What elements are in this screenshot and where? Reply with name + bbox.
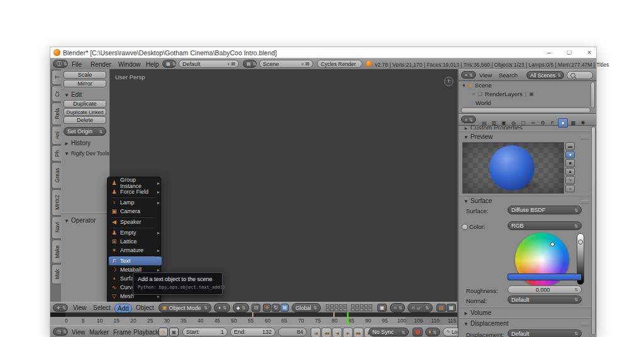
outliner-vertical-scrollbar[interactable]	[591, 82, 595, 108]
frame-end-field[interactable]: End:132	[230, 328, 275, 336]
constraints-icon[interactable]: ∞	[529, 119, 538, 127]
delete-layout-icon[interactable]: ⊠	[231, 61, 235, 67]
properties-vertical-scrollbar[interactable]	[591, 126, 596, 335]
maximize-button[interactable]: □	[561, 48, 577, 57]
play-reverse-button[interactable]: ◀	[332, 328, 342, 337]
editor-type-selector[interactable]: ✛	[53, 304, 68, 312]
menu-item-empty[interactable]: ♟Empty▸	[109, 228, 162, 237]
panel-drag-dots[interactable]	[581, 200, 589, 204]
camera-restrict-icon[interactable]: ▣	[529, 91, 534, 97]
menu-item-force-field[interactable]: ♟Force Field▸	[109, 187, 162, 196]
volume-section-header[interactable]: ►Volume	[464, 309, 491, 316]
sync-mode-dropdown[interactable]: No Sync	[369, 328, 409, 336]
object-data-icon[interactable]: F	[548, 119, 557, 127]
shelf-tab[interactable]: T	[52, 70, 62, 85]
current-color-swatch[interactable]	[508, 273, 582, 280]
pivot-align-toggle[interactable]: ⊡	[252, 304, 260, 312]
menu-item-camera[interactable]: ▣Camera	[109, 207, 162, 216]
menu-render[interactable]: Render	[91, 61, 111, 68]
set-origin-dropdown[interactable]: Set Origin	[64, 127, 106, 136]
add-layout-icon[interactable]: ＋	[226, 60, 231, 67]
keying-flyout-dropdown[interactable]	[425, 328, 440, 336]
normal-dropdown[interactable]: Default	[508, 296, 582, 304]
preview-monkey-icon[interactable]: ▲	[565, 168, 575, 176]
shelf-tab[interactable]: MHX2	[52, 189, 62, 216]
scene-name-field[interactable]: Scene ＋ ⊠	[259, 60, 313, 68]
mode-dropdown[interactable]: ▣Object Mode	[158, 303, 211, 312]
duplicate-button[interactable]: Duplicate	[64, 100, 106, 108]
editor-type-selector[interactable]: ⓘ	[53, 60, 68, 68]
current-frame-indicator[interactable]	[347, 312, 348, 325]
menu-frame[interactable]: Frame	[113, 329, 131, 336]
pivot-point-dropdown[interactable]: ◆	[233, 303, 249, 312]
preview-world-icon[interactable]: ◒	[565, 185, 575, 193]
outliner-search-field[interactable]	[567, 71, 593, 79]
menu-item-lamp[interactable]: ♀Lamp▸	[109, 198, 162, 207]
menu-view[interactable]: View	[479, 72, 492, 79]
shelf-tab[interactable]: Ani	[52, 126, 62, 145]
menu-item-lattice[interactable]: ⊞Lattice	[109, 237, 162, 246]
delete-scene-icon[interactable]: ⊠	[305, 61, 309, 67]
history-section-header[interactable]: ►History	[64, 140, 91, 146]
layers-grid-right[interactable]	[351, 304, 372, 311]
editor-type-selector[interactable]: ◷	[53, 328, 68, 336]
manipulator-translate-toggle[interactable]: ✛	[263, 304, 271, 312]
close-button[interactable]: ×	[581, 48, 597, 57]
menu-item-speaker[interactable]: ◀Speaker	[109, 218, 162, 226]
auto-keyframe-toggle[interactable]	[413, 328, 423, 336]
menu-select[interactable]: Select	[93, 304, 111, 311]
shelf-tab[interactable]: Ph	[52, 145, 62, 162]
manipulator-rotate-toggle[interactable]: ↻	[272, 304, 280, 312]
color-input-dropdown[interactable]: RGB	[508, 221, 582, 230]
render-opengl-button[interactable]: ▤	[436, 304, 446, 312]
menu-search[interactable]: Search	[499, 72, 518, 79]
displacement-section-header[interactable]: ▼Displacement	[464, 320, 509, 327]
modifiers-icon[interactable]: ⚙	[538, 119, 547, 127]
frame-start-field[interactable]: Start:1	[182, 328, 228, 336]
outliner-row-renderlayers[interactable]: ○ ❏ RenderLayers | ▣	[472, 91, 534, 97]
manipulator-scale-toggle[interactable]: ⊞	[280, 304, 289, 312]
menu-view[interactable]: View	[72, 329, 86, 336]
lock-to-scene-toggle[interactable]: ▣	[377, 304, 387, 312]
prev-keyframe-button[interactable]: ◀◀	[321, 328, 331, 337]
preview-flat-icon[interactable]: ▬	[565, 142, 575, 150]
menu-window[interactable]: Window	[118, 61, 141, 68]
menu-file[interactable]: File	[72, 61, 82, 68]
preview-section-header[interactable]: ▼Preview	[464, 133, 493, 140]
expander-icon[interactable]: ○	[472, 91, 475, 97]
edit-section-header[interactable]: ▼Edit	[64, 91, 82, 98]
layers-grid-left[interactable]	[326, 304, 347, 311]
color-wheel-cursor[interactable]	[550, 242, 555, 246]
panel-drag-dots[interactable]	[581, 323, 589, 326]
value-slider-cursor[interactable]	[578, 240, 583, 245]
rigify-section-header[interactable]: ▼Rigify Dev Tools	[64, 150, 109, 157]
use-preview-range-toggle[interactable]: ◷	[158, 328, 168, 336]
render-engine-selector[interactable]: Cycles Render	[317, 60, 362, 68]
screen-layout-icon-button[interactable]: ▦	[162, 60, 176, 68]
viewport-3d[interactable]: User Persp +	[110, 69, 457, 302]
custom-properties-header[interactable]: ►Custom Properties	[464, 124, 523, 130]
scale-button[interactable]: Scale	[64, 71, 106, 79]
current-frame-field[interactable]: 84	[278, 328, 307, 336]
lock-range-toggle[interactable]: ▣	[169, 328, 179, 336]
editor-type-selector[interactable]: ≡	[461, 71, 476, 79]
menu-view[interactable]: View	[73, 304, 87, 311]
roughness-slider[interactable]: 0.000	[508, 285, 582, 294]
scene-icon-button[interactable]: ▤	[243, 60, 257, 68]
minimize-button[interactable]: –	[541, 48, 557, 57]
outliner-row-scene[interactable]: ● ◉ Scene	[462, 82, 492, 89]
menu-object[interactable]: Object	[136, 304, 154, 311]
preview-hair-icon[interactable]: ∿	[565, 176, 575, 184]
shelf-tab[interactable]: Navi	[52, 216, 62, 239]
transform-orientation-dropdown[interactable]: Global	[292, 303, 321, 312]
shelf-tab[interactable]: Mak	[52, 264, 62, 284]
color-socket-radio[interactable]	[462, 224, 468, 230]
editor-type-selector[interactable]: ≡	[461, 116, 476, 123]
collapse-region-plus-icon[interactable]: +	[444, 77, 453, 86]
panel-drag-dots[interactable]	[581, 136, 589, 140]
display-mode-dropdown[interactable]: All Scenes	[526, 71, 564, 79]
next-keyframe-button[interactable]: ▶▶	[353, 328, 364, 337]
menu-item-text[interactable]: FText	[109, 257, 162, 265]
duplicate-linked-button[interactable]: Duplicate Linked	[64, 108, 106, 116]
render-opengl-anim-button[interactable]: ▦	[447, 304, 456, 312]
